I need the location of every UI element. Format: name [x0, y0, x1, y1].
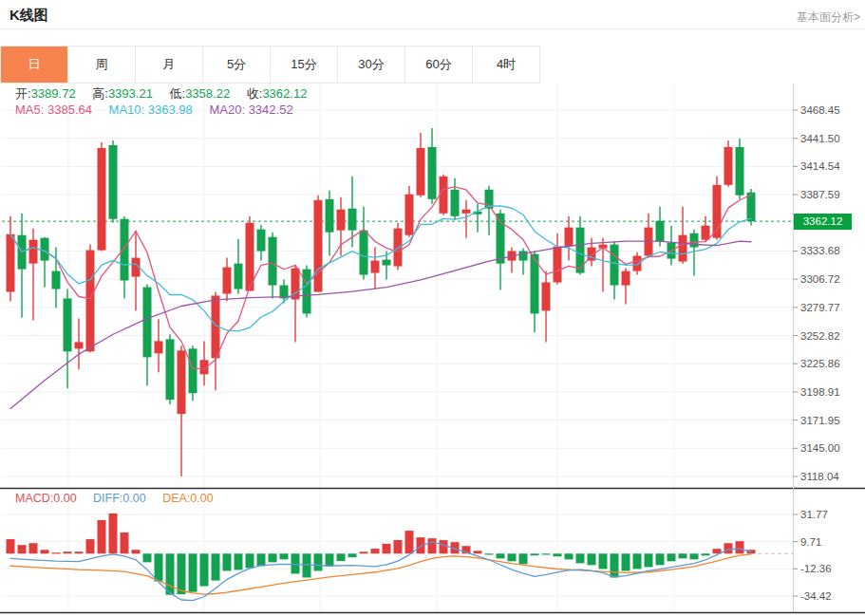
- candle-body: [166, 339, 175, 400]
- axis-label: 3118.04: [800, 470, 839, 483]
- candle-body: [405, 195, 414, 235]
- candle-body: [303, 270, 311, 314]
- macd-bar: [223, 553, 232, 570]
- close-label: 收:: [247, 86, 263, 101]
- macd-bar: [724, 543, 733, 553]
- ma10-label: MA10:: [109, 103, 145, 117]
- candle-body: [121, 219, 129, 281]
- axis-label: 3145.00: [800, 441, 840, 455]
- macd-bar: [656, 553, 665, 565]
- candle-body: [223, 268, 232, 294]
- macd-bar: [52, 552, 61, 553]
- candle-body: [519, 252, 528, 261]
- macd-bar: [702, 553, 710, 555]
- candle-body: [690, 233, 699, 248]
- candle-body: [724, 147, 733, 185]
- macd-bar: [41, 550, 49, 553]
- ma20-label: MA20:: [209, 103, 245, 117]
- macd-bar: [690, 553, 699, 559]
- candle-body: [109, 145, 118, 219]
- macd-bar: [86, 539, 95, 553]
- macd-bar: [132, 550, 141, 553]
- macd-bar: [64, 551, 72, 553]
- macd-bar: [474, 551, 482, 553]
- macd-bar: [531, 553, 539, 555]
- candle-body: [7, 234, 15, 292]
- low-label: 低:: [170, 86, 186, 101]
- candle-body: [622, 271, 630, 286]
- ma-legend: MA5: 3385.64 MA10: 3363.98 MA20: 3342.52: [15, 103, 293, 117]
- macd-bar: [668, 553, 676, 561]
- axis-label: 3279.77: [800, 301, 840, 314]
- macd-bar: [371, 549, 380, 553]
- macd-bar: [29, 543, 38, 553]
- ma10-value: 3363.98: [148, 103, 193, 117]
- candle-body: [269, 237, 277, 286]
- macd-bar: [98, 520, 106, 553]
- macd-bar: [178, 553, 186, 594]
- axis-label: 3252.82: [800, 329, 840, 343]
- dea-value: DEA:0.00: [162, 492, 214, 505]
- candle-body: [679, 235, 687, 262]
- candle-body: [326, 199, 334, 233]
- macd-bar: [485, 553, 494, 554]
- candle-body: [371, 261, 380, 273]
- macd-bar: [554, 553, 562, 556]
- macd-bar: [314, 553, 323, 570]
- axis-label: 3468.45: [800, 103, 840, 117]
- macd-bar: [440, 540, 448, 553]
- candle-body: [428, 147, 437, 199]
- candle-body: [383, 260, 391, 266]
- candle-body: [576, 228, 585, 273]
- candle-body: [86, 251, 95, 352]
- macd-bar: [18, 545, 27, 553]
- axis-label: 3414.54: [800, 159, 840, 173]
- macd-bar: [736, 541, 744, 553]
- ma5-label: MA5:: [15, 103, 44, 117]
- candle-body: [189, 348, 197, 393]
- diff-value: DIFF:0.00: [93, 492, 146, 505]
- macd-bar: [633, 553, 642, 569]
- macd-bar: [611, 553, 619, 577]
- ma20-value: 3342.52: [249, 103, 293, 117]
- axis-label: 9.71: [800, 535, 821, 549]
- open-value: 3389.72: [31, 86, 76, 101]
- axis-label: -34.42: [800, 589, 832, 603]
- candle-body: [360, 231, 368, 275]
- candle-body: [52, 271, 61, 289]
- macd-bar: [519, 553, 528, 564]
- low-value: 3358.22: [185, 86, 230, 101]
- macd-bar: [337, 553, 346, 561]
- macd-bar: [645, 553, 653, 567]
- macd-bar: [291, 553, 300, 573]
- macd-bar: [542, 553, 551, 554]
- ohlc-legend: 开:3389.72 高:3393.21 低:3358.22 收:3362.12: [15, 85, 307, 103]
- macd-bar: [303, 553, 311, 577]
- candle-body: [235, 264, 243, 289]
- candle-body: [417, 148, 425, 196]
- candle-body: [64, 298, 72, 351]
- candle-body: [75, 342, 84, 348]
- candle-body: [656, 221, 665, 242]
- ma5-value: 3385.64: [47, 103, 92, 117]
- macd-bar: [383, 544, 391, 553]
- candle-body: [257, 230, 266, 252]
- macd-bar: [257, 553, 266, 566]
- current-price-badge: 3362.12: [794, 214, 852, 230]
- macd-bar: [348, 553, 357, 557]
- kline-app: K线图 基本面分析> 日周月5分15分30分60分4时 开:3389.72 高:…: [0, 0, 865, 616]
- macd-bar: [155, 553, 163, 581]
- close-value: 3362.12: [262, 86, 307, 101]
- macd-bar: [360, 551, 368, 553]
- macd-value: MACD:0.00: [15, 492, 77, 505]
- axis-label: -12.36: [800, 562, 832, 575]
- macd-bar: [622, 553, 630, 570]
- macd-bar: [235, 553, 243, 569]
- candle-body: [143, 288, 152, 358]
- macd-bar: [576, 553, 585, 563]
- candle-body: [394, 229, 403, 267]
- candle-body: [98, 148, 106, 251]
- macd-bar: [428, 538, 437, 553]
- macd-bar: [143, 553, 152, 562]
- axis-label: 3387.59: [800, 188, 840, 201]
